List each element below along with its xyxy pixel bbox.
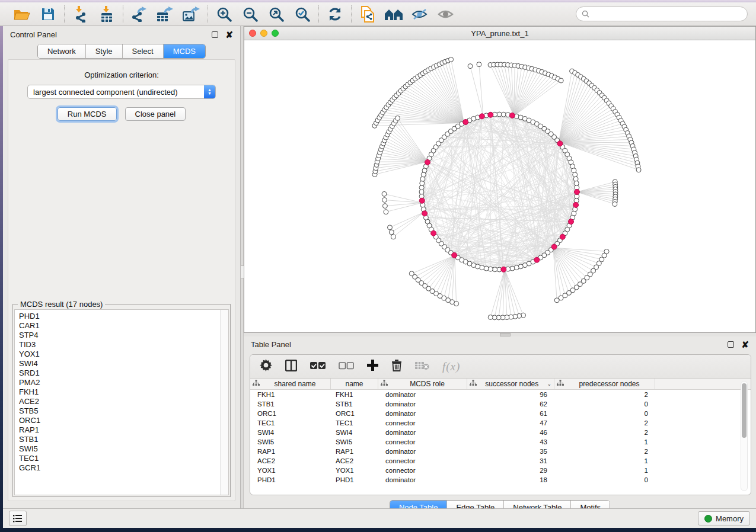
- mcds-result-item[interactable]: PHD1: [19, 312, 220, 321]
- mcds-result-item[interactable]: TEC1: [19, 454, 220, 463]
- control-panel-tabs: NetworkStyleSelectMCDS: [3, 44, 240, 59]
- import-network-button[interactable]: [72, 5, 90, 23]
- table-scrollbar-thumb[interactable]: [742, 383, 747, 438]
- search-input[interactable]: [592, 10, 742, 18]
- cell-shared-name: ACE2: [250, 456, 331, 466]
- import-table-icon: [100, 6, 114, 23]
- cell-predecessor-nodes: 0: [554, 409, 655, 418]
- minimize-window-icon[interactable]: [260, 30, 267, 37]
- mcds-result-item[interactable]: YOX1: [19, 350, 220, 359]
- mcds-result-item[interactable]: STB1: [19, 435, 220, 444]
- network-canvas[interactable]: [244, 40, 755, 332]
- cell-shared-name: TEC1: [250, 418, 331, 428]
- mcds-result-item[interactable]: SWI4: [19, 359, 220, 368]
- mcds-result-item[interactable]: CAR1: [19, 321, 220, 331]
- column-header-MCDS-role[interactable]: MCDS role: [378, 379, 467, 389]
- zoom-fit-button[interactable]: [267, 5, 285, 23]
- select-all-button[interactable]: [310, 361, 326, 372]
- duplicate-network-button[interactable]: [359, 5, 377, 23]
- mcds-list-scrollbar[interactable]: [220, 310, 228, 495]
- column-header-successor-nodes[interactable]: successor nodes⌄: [467, 379, 554, 389]
- network-window: YPA_prune.txt_1: [244, 26, 756, 333]
- column-header-shared-name[interactable]: shared name: [250, 379, 331, 389]
- close-window-icon[interactable]: [249, 30, 256, 37]
- maximize-window-icon[interactable]: [272, 30, 279, 37]
- table-row[interactable]: ORC1 ORC1 dominator 61 0: [250, 409, 751, 418]
- column-header-name[interactable]: name: [331, 379, 378, 389]
- apply-layout-button[interactable]: [326, 5, 344, 23]
- table-row[interactable]: FKH1 FKH1 dominator 96 2: [250, 390, 751, 399]
- memory-button[interactable]: Memory: [698, 511, 750, 525]
- cell-name: STB1: [331, 399, 378, 409]
- criterion-select[interactable]: largest connected component (undirected)…: [27, 85, 216, 99]
- table-row[interactable]: RAP1 RAP1 dominator 35 2: [250, 447, 751, 456]
- mcds-result-item[interactable]: STB5: [19, 406, 220, 416]
- delete-column-button[interactable]: [391, 359, 402, 374]
- deselect-all-button[interactable]: [339, 361, 354, 372]
- table-row[interactable]: SWI4 SWI4 dominator 46 2: [250, 428, 751, 437]
- mcds-result-item[interactable]: RAP1: [19, 425, 220, 435]
- column-header-predecessor-nodes[interactable]: predecessor nodes: [554, 379, 655, 389]
- close-panel-icon[interactable]: ✘: [225, 31, 233, 38]
- mcds-result-list[interactable]: PHD1CAR1STP4TID3YOX1SWI4SRD1PMA2FKH1ACE2…: [14, 309, 229, 495]
- export-image-icon: [183, 7, 200, 22]
- export-table-button[interactable]: [157, 5, 174, 23]
- cell-mcds-role: connector: [378, 418, 467, 428]
- gear-button[interactable]: [260, 359, 272, 374]
- mcds-result-item[interactable]: STP4: [19, 331, 220, 340]
- cell-name: FKH1: [331, 390, 378, 399]
- mcds-result-item[interactable]: ORC1: [19, 416, 220, 425]
- network-graph[interactable]: [244, 40, 755, 332]
- close-table-panel-icon[interactable]: ✘: [741, 341, 749, 348]
- run-mcds-button[interactable]: Run MCDS: [58, 107, 117, 121]
- tab-mcds[interactable]: MCDS: [164, 44, 205, 58]
- cell-name: YOX1: [331, 466, 378, 475]
- table-row[interactable]: STB1 STB1 dominator 62 0: [250, 399, 751, 409]
- tab-network[interactable]: Network: [38, 44, 86, 58]
- search-icon: [582, 10, 589, 18]
- save-session-button[interactable]: [39, 5, 57, 23]
- add-column-button[interactable]: [367, 360, 378, 373]
- float-table-panel-icon[interactable]: [728, 341, 734, 348]
- cell-name: PHD1: [331, 475, 378, 485]
- mcds-result-item[interactable]: PMA2: [19, 378, 220, 387]
- mcds-result-item[interactable]: SRD1: [19, 368, 220, 378]
- table-row[interactable]: YOX1 YOX1 connector 29 1: [250, 466, 751, 475]
- mcds-result-item[interactable]: ACE2: [19, 397, 220, 406]
- cell-mcds-role: dominator: [378, 475, 467, 485]
- float-panel-icon[interactable]: [212, 31, 218, 38]
- first-neighbors-button[interactable]: [385, 5, 403, 23]
- table-row[interactable]: SWI5 SWI5 connector 43 1: [250, 437, 751, 447]
- tab-style[interactable]: Style: [86, 44, 123, 58]
- cell-filler: [655, 475, 751, 485]
- columns-button[interactable]: [285, 360, 297, 374]
- zoom-out-icon: [243, 7, 258, 22]
- close-panel-button[interactable]: Close panel: [125, 107, 186, 121]
- mcds-result-item[interactable]: SWI5: [19, 444, 220, 454]
- table-scrollbar[interactable]: [741, 381, 748, 491]
- table-row[interactable]: TEC1 TEC1 connector 47 2: [250, 418, 751, 428]
- table-row[interactable]: PHD1 PHD1 dominator 18 0: [250, 475, 751, 485]
- mcds-result-item[interactable]: GCR1: [19, 463, 220, 473]
- zoom-out-button[interactable]: [241, 5, 259, 23]
- hide-selected-button[interactable]: [411, 5, 429, 23]
- export-image-button[interactable]: [183, 5, 200, 23]
- search-box[interactable]: [576, 7, 748, 21]
- task-history-button[interactable]: [9, 511, 27, 526]
- export-network-icon: [131, 7, 148, 22]
- mcds-result-item[interactable]: FKH1: [19, 387, 220, 397]
- zoom-in-button[interactable]: [215, 5, 233, 23]
- mcds-result-item[interactable]: TID3: [19, 340, 220, 350]
- import-table-button[interactable]: [98, 5, 116, 23]
- export-network-button[interactable]: [130, 5, 148, 23]
- show-all-button[interactable]: [437, 5, 455, 23]
- cell-successor-nodes: 96: [467, 390, 554, 399]
- table-row[interactable]: ACE2 ACE2 connector 31 1: [250, 456, 751, 466]
- column-label: MCDS role: [390, 380, 464, 388]
- tab-select[interactable]: Select: [123, 44, 164, 58]
- zoom-selected-button[interactable]: [294, 5, 311, 23]
- cell-name: TEC1: [331, 418, 378, 428]
- function-button: f(x): [442, 360, 460, 373]
- network-window-titlebar: YPA_prune.txt_1: [244, 27, 755, 40]
- open-file-button[interactable]: [13, 5, 31, 23]
